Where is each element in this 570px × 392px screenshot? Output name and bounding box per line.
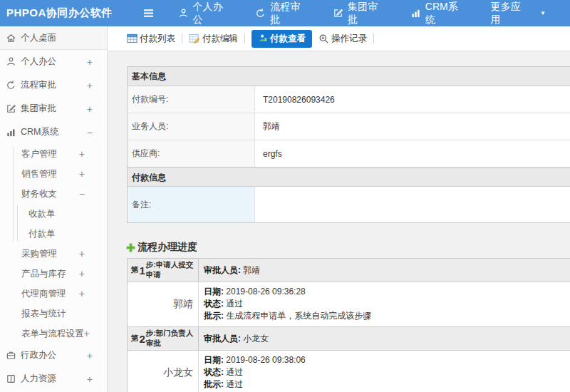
tab-separator — [182, 33, 182, 43]
sidebar-item-receipt-order[interactable]: 收款单 — [0, 204, 107, 224]
field-label: 备注: — [128, 187, 255, 222]
section-header-payment-info: 付款信息 — [128, 167, 570, 187]
sidebar-item-group-approval[interactable]: 集团审批 + — [0, 97, 107, 120]
process-icon — [5, 80, 17, 91]
sidebar-item-purchase-mgmt[interactable]: 采购管理 + — [0, 244, 107, 264]
tab-payment-edit[interactable]: 付款编辑 — [189, 33, 238, 45]
edit-table-icon — [189, 33, 200, 43]
tab-operation-log[interactable]: 操作记录 — [318, 33, 367, 45]
step-approver: 审批人员: 小龙女 — [199, 327, 570, 350]
section-header-basic-info: 基本信息 — [128, 67, 570, 86]
briefcase-icon — [5, 350, 17, 361]
sidebar-item-admin-office[interactable]: 行政办公 + — [0, 344, 107, 367]
zoom-plus-icon — [318, 33, 329, 44]
payment-view-content: 基本信息 付款编号: T20190826093426 业务人员: 郭靖 供应商:… — [108, 51, 570, 392]
sidebar-item-products-inventory[interactable]: 产品与库存 + — [0, 264, 107, 284]
field-row-note: 备注: — [128, 187, 570, 222]
user-icon — [178, 8, 189, 19]
expander[interactable]: + — [87, 103, 93, 115]
hamburger-menu-icon[interactable] — [137, 8, 160, 19]
sidebar-item-customer-mgmt[interactable]: 客户管理 + — [0, 144, 107, 164]
sidebar-item-personal-office[interactable]: 个人办公 + — [0, 50, 107, 73]
caret-down-icon: ▼ — [540, 10, 546, 16]
expander[interactable]: + — [87, 80, 93, 91]
sidebar-item-crm[interactable]: CRM系统 − — [0, 120, 107, 144]
field-value: T20190826093426 — [255, 86, 570, 113]
sidebar-item-reports-stats[interactable]: 报表与统计 — [0, 304, 107, 324]
tab-payment-list[interactable]: 付款列表 — [127, 33, 175, 45]
step-header-row: 第2步:部门负责人审批 审批人员: 小龙女 — [128, 327, 570, 351]
field-label: 业务人员: — [128, 113, 255, 140]
expander[interactable]: + — [87, 56, 93, 68]
process-steps-table: 第1步:申请人提交申请 审批人员: 郭靖 郭靖 日期: 2019-08-26 0… — [127, 258, 570, 392]
field-value: 郭靖 — [255, 113, 570, 140]
nav-group-approval[interactable]: 集团审批 — [333, 1, 386, 26]
chart-icon — [410, 8, 421, 19]
finance-submenu: 收款单 付款单 — [0, 204, 107, 244]
approval-detail-row: 小龙女 日期: 2019-08-26 09:38:06 状态: 通过 批示: 通… — [128, 351, 570, 392]
field-label: 付款编号: — [128, 86, 255, 113]
chart-icon — [5, 127, 17, 138]
sidebar-item-finance[interactable]: 财务收支 − — [0, 184, 107, 204]
main-area: 付款列表 付款编辑 付款查看 操作记录 基本信息 — [108, 26, 570, 392]
sidebar-item-sales-mgmt[interactable]: 销售管理 + — [0, 164, 107, 184]
payment-detail-table: 基本信息 付款编号: T20190826093426 业务人员: 郭靖 供应商:… — [127, 66, 570, 223]
edit-icon — [333, 8, 343, 19]
tab-bar: 付款列表 付款编辑 付款查看 操作记录 — [108, 26, 570, 51]
nav-process-approval[interactable]: 流程审批 — [255, 1, 309, 26]
top-navigation: 个人办公 流程审批 集团审批 CRM系统 更多应用 ▼ — [178, 1, 570, 26]
plus-icon — [125, 242, 136, 253]
approval-details: 日期: 2019-08-26 09:36:28 状态: 通过 批示: 生成流程申… — [199, 282, 570, 326]
tab-separator — [373, 33, 374, 43]
approver-name: 郭靖 — [128, 282, 199, 326]
nav-personal-office[interactable]: 个人办公 — [178, 1, 232, 26]
sidebar-item-desktop[interactable]: 个人桌面 — [0, 26, 107, 50]
field-row-supplier: 供应商: ergfs — [128, 140, 570, 167]
user-icon — [5, 56, 17, 67]
sidebar-item-payment-order[interactable]: 付款单 — [0, 224, 107, 244]
tab-separator — [244, 33, 245, 43]
sidebar-item-hr[interactable]: 人力资源 + — [0, 367, 107, 391]
step-approver: 审批人员: 郭靖 — [199, 259, 570, 282]
sidebar: 个人桌面 个人办公 + 流程审批 + 集团审批 + CRM系统 − 客户管理 + — [0, 26, 108, 392]
approval-details: 日期: 2019-08-26 09:38:06 状态: 通过 批示: 通过 — [199, 351, 570, 392]
table-icon — [127, 33, 138, 43]
crm-submenu: 客户管理 + 销售管理 + 财务收支 − 收款单 付款单 — [0, 144, 107, 244]
sidebar-item-agent-mgmt[interactable]: 代理商管理 + — [0, 284, 107, 304]
field-row-payment-no: 付款编号: T20190826093426 — [128, 86, 570, 113]
field-value — [255, 187, 570, 222]
person-icon — [258, 33, 268, 43]
step-title: 第1步:申请人提交申请 — [128, 259, 199, 282]
book-icon — [5, 373, 17, 384]
sidebar-item-form-process-settings[interactable]: 表单与流程设置 + — [0, 324, 107, 344]
step-title: 第2步:部门负责人审批 — [128, 327, 199, 350]
step-header-row: 第1步:申请人提交申请 审批人员: 郭靖 — [128, 259, 570, 282]
collapse-minus[interactable]: − — [87, 127, 93, 138]
approver-name: 小龙女 — [128, 351, 199, 392]
process-icon — [255, 8, 266, 19]
tab-payment-view[interactable]: 付款查看 — [252, 30, 312, 48]
home-icon — [5, 33, 17, 43]
field-value: ergfs — [255, 140, 570, 167]
field-row-business-person: 业务人员: 郭靖 — [128, 113, 570, 140]
process-progress-heading: 流程办理进度 — [125, 241, 570, 254]
nav-more-apps[interactable]: 更多应用 ▼ — [490, 1, 546, 26]
edit-icon — [5, 103, 17, 114]
app-logo: PHPOA协同办公软件 — [0, 6, 137, 20]
nav-crm-system[interactable]: CRM系统 — [410, 1, 467, 26]
sidebar-item-process-approval[interactable]: 流程审批 + — [0, 73, 107, 97]
field-label: 供应商: — [128, 140, 255, 167]
approval-detail-row: 郭靖 日期: 2019-08-26 09:36:28 状态: 通过 批示: 生成… — [128, 282, 570, 327]
top-header: PHPOA协同办公软件 个人办公 流程审批 集团审批 CRM系统 — [0, 0, 570, 26]
